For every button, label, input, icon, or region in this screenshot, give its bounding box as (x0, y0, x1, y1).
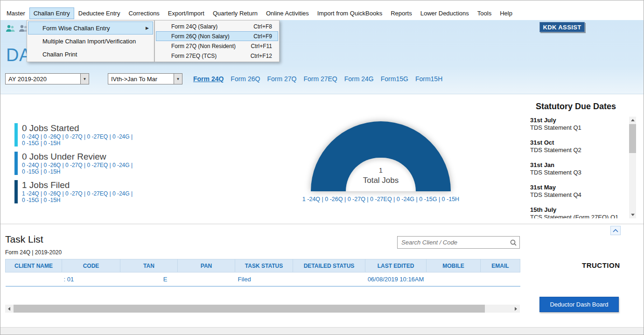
due-date: 31st May (530, 184, 626, 191)
column-header-mobile[interactable]: MOBILE (427, 259, 481, 272)
stat-breakdown-links[interactable]: 0 -24Q | 0 -26Q | 0 -27Q | 0 -27EQ | 0 -… (22, 162, 133, 168)
menu-item-label: Form Wise Challan Entry (42, 25, 110, 32)
menu-item-corrections[interactable]: Corrections (124, 7, 163, 19)
column-header-email[interactable]: EMAIL (481, 259, 520, 272)
total-jobs-gauge: 1 Total Jobs 1 -24Q | 0 -26Q | 0 -27Q | … (311, 121, 451, 208)
dropdown-arrow-icon[interactable]: ▼ (80, 74, 89, 84)
menu-item-tools[interactable]: Tools (473, 7, 496, 19)
submenu-arrow-icon: ▶ (146, 26, 149, 30)
instruction-label-fragment: TRUCTION (582, 261, 620, 269)
tab-form-15h[interactable]: Form15H (415, 75, 442, 83)
cell-code: : 01 (62, 272, 120, 286)
submenu-item-form-26q-non-salary[interactable]: Form 26Q (Non Salary) Ctrl+F9 (156, 31, 278, 41)
users-group-icon[interactable] (5, 24, 15, 35)
column-header-task-status[interactable]: TASK STATUS (235, 259, 293, 272)
due-date-item: 31st Oct TDS Statement Q2 (530, 139, 626, 154)
stat-breakdown-links[interactable]: 1 -24Q | 0 -26Q | 0 -27Q | 0 -27EQ | 0 -… (22, 190, 133, 197)
due-date-desc: TCS Statement (Form 27EQ) Q1 (530, 214, 626, 218)
scroll-down-icon (631, 214, 635, 216)
scroll-right-icon (515, 307, 517, 311)
tab-form-15g[interactable]: Form15G (381, 75, 408, 83)
submenu-item-form-27q-non-resident[interactable]: Form 27Q (Non Resident) Ctrl+F11 (156, 41, 278, 51)
due-date-desc: TDS Statement Q2 (530, 147, 626, 154)
cell-detailed-status (293, 272, 365, 286)
menu-item-help[interactable]: Help (496, 7, 517, 19)
menu-item-challan-entry[interactable]: Challan Entry (29, 7, 74, 19)
menu-item-form-wise-challan-entry[interactable]: Form Wise Challan Entry ▶ (28, 21, 153, 35)
menu-item-lower-deductions[interactable]: Lower Deductions (416, 7, 473, 19)
scroll-left-icon (8, 307, 10, 311)
menu-item-master[interactable]: Master (2, 7, 29, 19)
table-row[interactable]: : 01 E Filed 06/08/2019 10:16AM (6, 272, 520, 286)
column-header-code[interactable]: CODE (62, 259, 120, 272)
stat-jobs-started: 0 Jobs Started 0 -24Q | 0 -26Q | 0 -27Q … (14, 123, 133, 147)
menu-item-label: Challan Print (42, 51, 77, 58)
cell-tan: E (120, 272, 178, 286)
menu-item-deductee-entry[interactable]: Deductee Entry (74, 7, 125, 19)
scroll-up-button[interactable] (629, 117, 636, 124)
due-date-desc: TDS Statement Q4 (530, 191, 626, 199)
chevron-up-icon (613, 229, 618, 232)
scroll-down-button[interactable] (629, 211, 636, 218)
quarter-value: IVth->Jan To Mar (108, 74, 174, 84)
tab-form-24q[interactable]: Form 24Q (193, 75, 224, 83)
stat-title: 0 Jobs Under Review (22, 152, 133, 162)
menu-item-multiple-challan-import-verification[interactable]: Multiple Challan Import/Verification (28, 35, 153, 48)
stat-color-bar (14, 123, 18, 147)
scroll-up-icon (631, 119, 635, 121)
menu-item-challan-print[interactable]: Challan Print (28, 48, 153, 61)
shortcut-label: Ctrl+F8 (253, 23, 272, 30)
stat-breakdown-links[interactable]: 0 -15G | 0 -15H (22, 168, 133, 175)
stat-color-bar (14, 180, 18, 203)
task-table: CLIENT NAME CODE TAN PAN TASK STATUS DET… (5, 259, 520, 286)
menu-item-export-import[interactable]: Export/Import (164, 7, 209, 19)
search-icon[interactable] (507, 239, 519, 246)
assessment-year-select[interactable]: AY 2019-2020 ▼ (5, 73, 89, 84)
menu-item-label: Form 27Q (Non Resident) (171, 43, 236, 49)
column-header-client-name[interactable]: CLIENT NAME (6, 259, 62, 272)
tab-form-24g[interactable]: Form 24G (344, 75, 374, 83)
collapse-panel-button[interactable] (610, 226, 621, 235)
tab-form-26q[interactable]: Form 26Q (231, 75, 260, 83)
task-list-subtitle: Form 24Q | 2019-2020 (5, 249, 62, 256)
search-input[interactable] (398, 239, 507, 246)
menu-item-label: Form 24Q (Salary) (171, 23, 217, 30)
scroll-right-button[interactable] (512, 305, 520, 313)
gauge-breakdown-links[interactable]: 1 -24Q | 0 -26Q | 0 -27Q | 0 -27EQ | 0 -… (302, 196, 459, 202)
quarter-select[interactable]: IVth->Jan To Mar ▼ (108, 73, 182, 84)
menu-item-import-from-quickbooks[interactable]: Import from QuickBooks (313, 7, 386, 19)
form-tabs: Form 24Q Form 26Q Form 27Q Form 27EQ For… (193, 75, 442, 83)
due-dates-scrollbar[interactable] (629, 117, 636, 218)
menu-item-label: Form 26Q (Non Salary) (171, 33, 230, 40)
dropdown-arrow-icon[interactable]: ▼ (174, 74, 182, 84)
stat-breakdown-links[interactable]: 0 -15G | 0 -15H (22, 197, 133, 203)
kdk-assist-button[interactable]: KDK ASSIST (539, 22, 585, 32)
stat-breakdown-links[interactable]: 0 -15G | 0 -15H (22, 140, 133, 147)
stat-breakdown-links[interactable]: 0 -24Q | 0 -26Q | 0 -27Q | 0 -27EQ | 0 -… (22, 133, 133, 140)
column-header-tan[interactable]: TAN (120, 259, 178, 272)
gauge-hole (346, 158, 416, 191)
submenu-item-form-27eq-tcs[interactable]: Form 27EQ (TCS) Ctrl+F12 (156, 51, 278, 61)
menu-item-reports[interactable]: Reports (386, 7, 416, 19)
scroll-left-button[interactable] (5, 305, 13, 313)
assessment-year-value: AY 2019-2020 (6, 74, 80, 84)
statutory-due-dates-title: Statutory Due Dates (536, 102, 616, 112)
deductor-dashboard-button[interactable]: Deductor Dash Board (539, 297, 619, 312)
redaction-box (522, 265, 582, 294)
cell-mobile (427, 272, 481, 286)
column-header-detailed-status[interactable]: DETAILED STATUS (293, 259, 365, 272)
scrollbar-thumb[interactable] (629, 124, 636, 153)
task-table-hscrollbar[interactable] (5, 305, 520, 313)
submenu-item-form-24q-salary[interactable]: Form 24Q (Salary) Ctrl+F8 (156, 21, 278, 31)
due-date: 31st Oct (530, 139, 626, 147)
menu-item-online-activities[interactable]: Online Activities (262, 7, 313, 19)
scrollbar-thumb[interactable] (14, 305, 485, 313)
stat-title: 1 Jobs Filed (22, 180, 133, 190)
task-list-panel: Task List Form 24Q | 2019-2020 CLIENT NA… (0, 223, 644, 327)
tab-form-27q[interactable]: Form 27Q (267, 75, 296, 83)
column-header-pan[interactable]: PAN (178, 259, 235, 272)
gauge-label: Total Jobs (311, 176, 451, 185)
tab-form-27eq[interactable]: Form 27EQ (303, 75, 337, 83)
menu-item-quarterly-return[interactable]: Quarterly Return (209, 7, 262, 19)
column-header-last-edited[interactable]: LAST EDITED (365, 259, 427, 272)
